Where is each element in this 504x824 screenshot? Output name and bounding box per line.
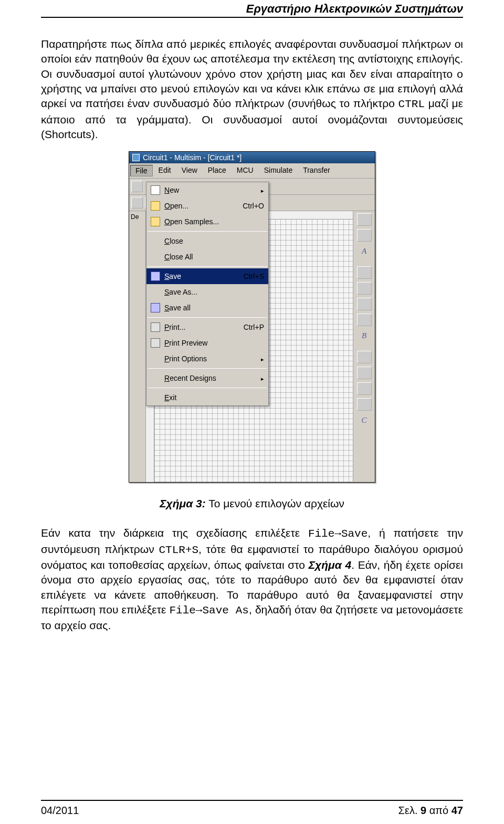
print-icon [151,322,160,332]
figure-3-screenshot: Circuit1 - Multisim - [Circuit1 *] File … [41,151,463,483]
menu-separator [148,388,267,388]
para1-ctrl: CTRL [398,98,425,110]
axis-label-c: C [361,416,366,425]
menu-item-label: Print... [162,323,239,331]
menu-item-save[interactable]: SaveCtrl+S [146,268,268,284]
menu-item-shortcut: Ctrl+P [239,323,264,331]
instrument-button[interactable] [357,351,372,363]
menu-item-print-preview[interactable]: Print Preview [146,335,268,351]
menu-transfer[interactable]: Transfer [298,165,335,176]
menu-mcu[interactable]: MCU [232,165,258,176]
menu-item-exit[interactable]: Exit [146,390,268,405]
menu-item-label: Open... [162,202,238,210]
toolbar-button[interactable] [131,181,143,192]
menu-item-print-options[interactable]: Print Options [146,351,268,367]
figure-3-label: Σχήμα 3: [160,497,206,509]
menu-item-label: Open Samples... [162,217,264,226]
left-vertical-toolbar: De [129,211,146,482]
menu-separator [148,368,267,369]
instruments-toolbar: A B C [353,211,375,482]
menu-item-label: New [162,186,261,194]
menu-place[interactable]: Place [203,165,231,176]
print-icon [151,338,160,348]
p2-fig4: Σχήμα 4 [309,559,351,571]
submenu-arrow-icon [261,354,264,363]
new-icon [151,185,160,195]
menu-item-save-as[interactable]: Save As... [146,284,268,300]
menu-item-shortcut: Ctrl+S [239,272,264,280]
menu-file[interactable]: File [130,165,153,176]
figure-3-text: Το μενού επιλογών αρχείων [206,497,344,509]
p2-filesave: File→Save [308,528,368,540]
window-title: Circuit1 - Multisim - [Circuit1 *] [143,153,242,162]
instrument-button[interactable] [357,213,372,226]
instrument-button[interactable] [357,229,372,242]
design-tree-label: De [131,213,144,221]
save-icon [151,303,160,312]
menu-separator [148,266,267,267]
footer-rule [41,800,463,801]
instrument-button[interactable] [357,298,372,310]
save-icon [151,272,160,281]
menu-item-print[interactable]: Print...Ctrl+P [146,319,268,335]
figure-3-caption: Σχήμα 3: Το μενού επιλογών αρχείων [41,497,463,510]
axis-label-a: A [362,247,366,256]
menu-view[interactable]: View [177,165,202,176]
p2-a: Εάν κατα την διάρκεια της σχεδίασης επιλ… [41,527,308,539]
multisim-app-window: Circuit1 - Multisim - [Circuit1 *] File … [129,151,375,483]
app-icon [132,154,140,161]
titlebar: Circuit1 - Multisim - [Circuit1 *] [129,152,375,163]
footer-date: 04/2011 [41,805,79,817]
toolbar-button[interactable] [131,197,143,208]
instrument-button[interactable] [357,382,372,395]
menu-item-new[interactable]: New [146,182,268,198]
menu-item-recent-designs[interactable]: Recent Designs [146,370,268,386]
submenu-arrow-icon [261,374,264,382]
page-footer: 04/2011 Σελ. 9 από 47 [41,805,463,817]
submenu-arrow-icon [261,186,264,194]
paragraph-1: Παρατηρήστε πως δίπλα από μερικές επιλογ… [41,37,463,142]
menu-separator [148,317,267,318]
page-header-title: Εργαστήριο Ηλεκτρονικών Συστημάτων [41,0,463,18]
menu-item-label: Save As... [162,288,264,296]
menu-item-open[interactable]: Open...Ctrl+O [146,198,268,214]
menu-edit[interactable]: Edit [154,165,176,176]
menu-item-open-samples[interactable]: Open Samples... [146,214,268,230]
instrument-button[interactable] [357,282,372,295]
menu-item-label: Save all [162,304,264,312]
menu-item-label: Recent Designs [162,374,261,382]
menu-item-label: Print Preview [162,339,264,347]
file-menu-dropdown: NewOpen...Ctrl+OOpen Samples...CloseClos… [146,182,269,406]
app-body: De NewOpen...Ctrl+OOpen Samples...CloseC… [129,211,375,482]
menu-item-shortcut: Ctrl+O [238,202,264,210]
menu-item-label: Print Options [162,354,261,363]
menu-separator [148,231,267,232]
open-icon [151,201,160,211]
p2-filesaveas: File→Save As [169,604,249,617]
menu-item-close-all[interactable]: Close All [146,249,268,265]
instrument-button[interactable] [357,367,372,379]
menu-item-label: Exit [162,393,264,402]
instrument-button[interactable] [357,398,372,411]
footer-page: Σελ. 9 από 47 [398,805,463,817]
menu-item-close[interactable]: Close [146,233,268,249]
menu-item-label: Close [162,237,264,245]
menu-item-label: Close All [162,253,264,261]
instrument-button[interactable] [357,266,372,279]
menu-item-save-all[interactable]: Save all [146,300,268,316]
p2-ctlrs: CTLR+S [159,544,198,556]
open-icon [151,217,160,226]
menu-simulate[interactable]: Simulate [259,165,297,176]
axis-label-b: B [362,331,366,340]
instrument-button[interactable] [357,314,372,326]
menubar: File Edit View Place MCU Simulate Transf… [129,163,375,179]
paragraph-2: Εάν κατα την διάρκεια της σχεδίασης επιλ… [41,526,463,633]
menu-item-label: Save [162,272,239,280]
